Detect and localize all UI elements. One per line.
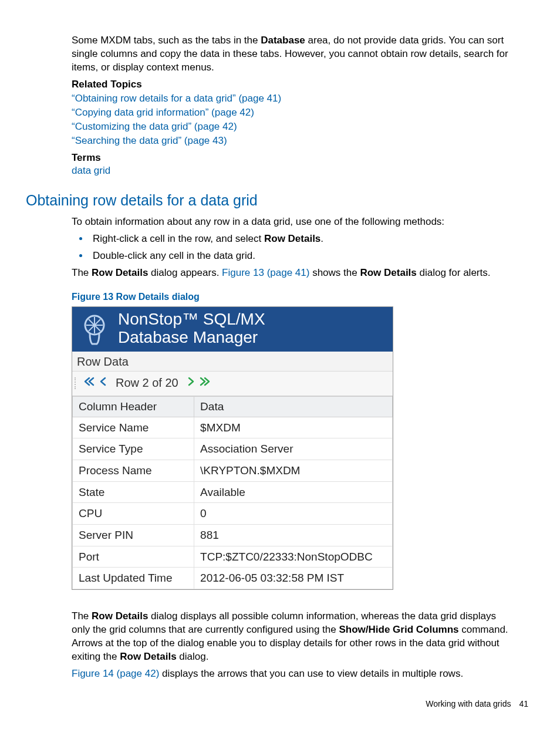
- row-key: Service Type: [73, 438, 194, 460]
- intro-text-a: Some MXDM tabs, such as the tabs in the: [72, 35, 261, 46]
- section-lead: To obtain information about any row in a…: [72, 215, 508, 229]
- row-counter: Row 2 of 20: [116, 375, 178, 391]
- table-row[interactable]: Service TypeAssociation Server: [73, 438, 393, 460]
- prev-row-button[interactable]: [98, 375, 109, 391]
- related-link[interactable]: “Obtaining row details for a data grid” …: [72, 93, 281, 104]
- methods-list: Right-click a cell in the row, and selec…: [72, 232, 508, 263]
- related-link[interactable]: “Copying data grid information” (page 42…: [72, 107, 254, 118]
- dialog-appears-text: The Row Details dialog appears. Figure 1…: [72, 266, 508, 280]
- row-key: Service Name: [73, 417, 194, 438]
- row-key: CPU: [73, 503, 194, 525]
- table-row[interactable]: StateAvailable: [73, 481, 393, 503]
- intro-database-term: Database: [261, 35, 305, 46]
- table-row[interactable]: Service Name$MXDM: [73, 417, 393, 438]
- row-key: Last Updated Time: [73, 568, 194, 589]
- row-key: Server PIN: [73, 524, 194, 546]
- row-value: TCP:$ZTC0/22333:NonStopODBC: [194, 546, 393, 568]
- banner-line2: Database Manager: [118, 329, 265, 347]
- row-value: $MXDM: [194, 417, 393, 438]
- figure-caption: Figure 13 Row Details dialog: [72, 291, 508, 303]
- row-key: Port: [73, 546, 194, 568]
- list-item: Double-click any cell in the data grid.: [89, 249, 508, 263]
- list-item: Right-click a cell in the row, and selec…: [89, 232, 508, 246]
- dialog-banner: NonStop™ SQL/MX Database Manager: [72, 307, 393, 352]
- row-key: Process Name: [73, 460, 194, 481]
- row-details-table: Column Header Data Service Name$MXDMServ…: [72, 396, 393, 589]
- row-value: Association Server: [194, 438, 393, 460]
- col-header[interactable]: Data: [194, 397, 393, 417]
- terms-link[interactable]: data grid: [72, 165, 110, 176]
- footer-page-number: 41: [519, 698, 528, 710]
- row-value: Available: [194, 481, 393, 503]
- row-data-label: Row Data: [72, 352, 393, 372]
- page-footer: Working with data grids 41: [26, 698, 528, 710]
- table-row[interactable]: Last Updated Time2012-06-05 03:32:58 PM …: [73, 568, 393, 589]
- row-nav-toolbar: Row 2 of 20: [72, 372, 393, 396]
- row-details-dialog: NonStop™ SQL/MX Database Manager Row Dat…: [72, 306, 393, 589]
- table-row[interactable]: CPU0: [73, 503, 393, 525]
- related-topics-heading: Related Topics: [72, 78, 508, 92]
- first-row-button[interactable]: [84, 375, 95, 391]
- figure-14-ref: Figure 14 (page 42) displays the arrows …: [72, 667, 508, 681]
- related-topics-list: “Obtaining row details for a data grid” …: [72, 92, 508, 148]
- terms-heading: Terms: [72, 151, 508, 165]
- row-value: \KRYPTON.$MXDM: [194, 460, 393, 481]
- row-key: State: [73, 481, 194, 503]
- table-row[interactable]: Server PIN881: [73, 524, 393, 546]
- figure-13-link[interactable]: Figure 13 (page 41): [222, 267, 309, 278]
- section-heading: Obtaining row details for a data grid: [26, 191, 534, 211]
- app-logo-icon: [78, 312, 111, 345]
- related-link[interactable]: “Searching the data grid” (page 43): [72, 135, 227, 146]
- after-figure-paragraph: The Row Details dialog displays all poss…: [72, 610, 508, 664]
- row-value: 0: [194, 503, 393, 525]
- footer-label: Working with data grids: [426, 698, 511, 710]
- last-row-button[interactable]: [200, 375, 210, 391]
- col-header[interactable]: Column Header: [73, 397, 194, 417]
- table-row[interactable]: Process Name\KRYPTON.$MXDM: [73, 460, 393, 481]
- row-value: 881: [194, 524, 393, 546]
- figure-14-link[interactable]: Figure 14 (page 42): [72, 668, 159, 679]
- intro-paragraph: Some MXDM tabs, such as the tabs in the …: [72, 34, 508, 75]
- table-row[interactable]: PortTCP:$ZTC0/22333:NonStopODBC: [73, 546, 393, 568]
- banner-line1: NonStop™ SQL/MX: [118, 310, 265, 329]
- next-row-button[interactable]: [185, 375, 196, 391]
- row-value: 2012-06-05 03:32:58 PM IST: [194, 568, 393, 589]
- toolbar-grip-icon: [75, 377, 76, 389]
- related-link[interactable]: “Customizing the data grid” (page 42): [72, 121, 237, 132]
